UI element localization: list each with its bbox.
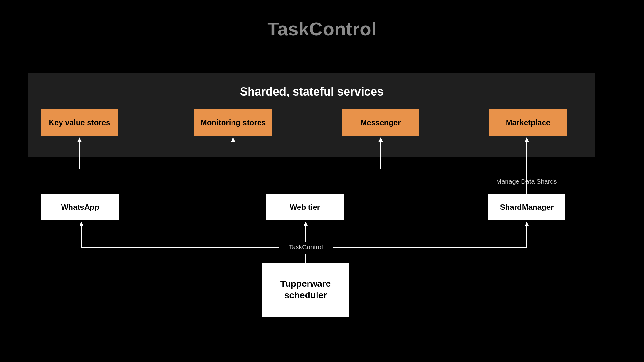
diagram-title: TaskControl xyxy=(0,18,644,40)
edge-label-manage-data-shards: Manage Data Shards xyxy=(473,178,580,185)
service-messenger: Messenger xyxy=(342,109,419,136)
panel-title: Sharded, stateful services xyxy=(28,85,595,98)
service-monitoring-stores: Monitoring stores xyxy=(194,109,272,136)
service-key-value-stores: Key value stores xyxy=(41,109,118,136)
node-shardmanager: ShardManager xyxy=(488,194,565,220)
edge-label-taskcontrol: TaskControl xyxy=(280,244,332,251)
node-tupperware-scheduler: Tupperware scheduler xyxy=(262,263,349,317)
node-whatsapp: WhatsApp xyxy=(41,194,119,220)
node-web-tier: Web tier xyxy=(266,194,344,220)
service-marketplace: Marketplace xyxy=(489,109,567,136)
